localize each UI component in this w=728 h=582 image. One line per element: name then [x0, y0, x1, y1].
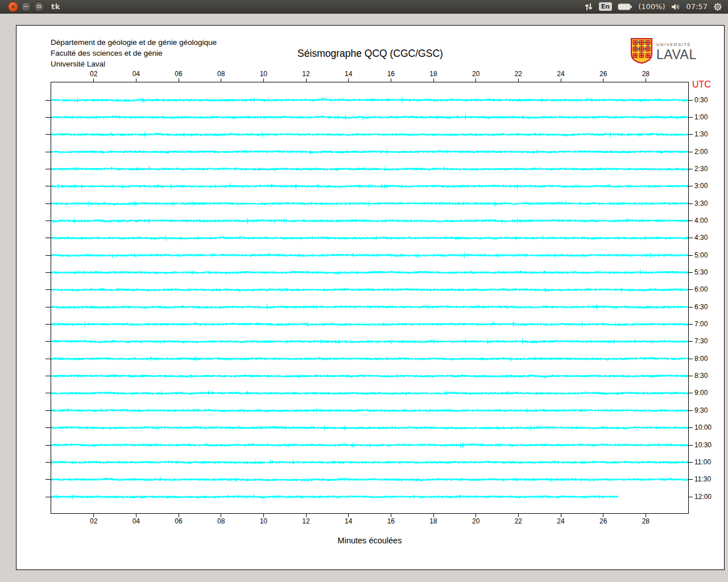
utc-time-label: 9:30	[694, 406, 708, 414]
utc-time-label: 6:30	[694, 303, 708, 311]
x-tick-label-bottom: 02	[87, 517, 101, 525]
institution-line-faculty: Faculté des sciences et de génie	[51, 48, 217, 59]
trace-tick-left	[46, 186, 51, 186]
laval-shield-icon	[631, 38, 652, 66]
utc-time-label: 6:00	[694, 285, 708, 293]
x-tick-bottom	[221, 513, 221, 517]
x-tick-label-top: 26	[597, 70, 610, 78]
network-arrows-icon[interactable]	[584, 2, 593, 11]
x-tick-label-top: 06	[172, 70, 185, 78]
x-tick-bottom	[348, 513, 349, 517]
x-tick-label-top: 28	[639, 70, 652, 78]
trace-tick-right	[688, 169, 693, 169]
x-tick-label-top: 10	[257, 70, 270, 78]
trace-tick-left	[46, 272, 51, 273]
trace-tick-right	[688, 117, 693, 118]
window-title: tk	[51, 2, 60, 11]
trace-tick-right	[688, 410, 693, 411]
seismogram-canvas	[51, 82, 688, 513]
x-tick-bottom	[263, 513, 264, 517]
trace-tick-right	[688, 359, 693, 359]
x-tick-top	[263, 78, 264, 82]
x-tick-label-top: 16	[384, 70, 398, 78]
x-tick-bottom	[391, 513, 391, 517]
trace-tick-left	[46, 410, 51, 411]
window-minimize-button[interactable]: −	[21, 2, 31, 12]
trace-tick-left	[46, 221, 51, 221]
trace-tick-right	[688, 479, 693, 480]
trace-tick-left	[46, 497, 51, 497]
trace-tick-left	[46, 289, 51, 290]
utc-time-label: 7:00	[694, 320, 708, 328]
x-tick-top	[646, 78, 646, 82]
utc-time-label: 5:30	[694, 268, 708, 276]
trace-tick-left	[46, 238, 51, 238]
utc-time-label: 11:00	[694, 458, 711, 466]
x-tick-label-bottom: 04	[129, 517, 143, 525]
utc-time-label: 8:30	[694, 372, 708, 380]
utc-time-label: 3:30	[694, 199, 708, 207]
trace-tick-right	[688, 134, 693, 135]
x-tick-label-bottom: 24	[554, 517, 568, 525]
x-tick-top	[433, 78, 434, 82]
trace-tick-left	[46, 393, 51, 393]
battery-percentage: (100%)	[638, 2, 665, 11]
trace-tick-left	[46, 152, 51, 152]
logo-laval-label: LAVAL	[656, 48, 697, 61]
trace-tick-left	[46, 376, 51, 376]
trace-tick-right	[688, 376, 693, 376]
keyboard-layout-indicator[interactable]: En	[599, 2, 612, 11]
x-tick-label-top: 24	[554, 70, 568, 78]
x-tick-label-bottom: 28	[639, 517, 652, 525]
trace-tick-left	[46, 324, 51, 325]
x-tick-label-bottom: 08	[214, 517, 228, 525]
maximize-icon	[38, 5, 41, 8]
trace-tick-right	[688, 203, 693, 204]
x-tick-label-top: 04	[129, 70, 143, 78]
clock[interactable]: 07:57	[686, 2, 708, 11]
trace-tick-right	[688, 324, 693, 325]
trace-tick-right	[688, 238, 693, 238]
x-tick-label-top: 12	[299, 70, 313, 78]
trace-tick-left	[46, 359, 51, 359]
x-tick-label-bottom: 22	[511, 517, 525, 525]
x-tick-label-bottom: 06	[172, 517, 185, 525]
trace-tick-right	[688, 100, 693, 101]
trace-tick-left	[46, 255, 51, 256]
x-tick-top	[221, 78, 221, 82]
x-tick-top	[136, 78, 136, 82]
x-tick-top	[391, 78, 391, 82]
trace-tick-right	[688, 341, 693, 342]
utc-time-label: 1:30	[694, 130, 708, 138]
battery-icon[interactable]	[618, 3, 632, 11]
utc-time-label: 4:30	[694, 234, 708, 242]
trace-tick-left	[46, 445, 51, 446]
session-gear-icon[interactable]	[713, 2, 722, 11]
titlebar: × − tk En (100%)	[0, 0, 728, 14]
utc-time-label: 12:00	[694, 493, 712, 501]
system-tray: En (100%) 07:57	[584, 2, 728, 11]
logo-universite-label: UNIVERSITÉ	[656, 43, 697, 47]
institution-line-department: Département de géologie et de génie géol…	[51, 37, 217, 48]
utc-time-label: 7:30	[694, 337, 708, 345]
x-tick-bottom	[561, 513, 561, 517]
x-axis-title: Minutes écoulées	[51, 536, 688, 545]
x-tick-label-top: 02	[87, 70, 101, 78]
window-close-button[interactable]: ×	[8, 2, 18, 12]
trace-tick-left	[46, 203, 51, 204]
utc-time-label: 10:30	[694, 441, 712, 449]
trace-tick-left	[46, 479, 51, 480]
x-tick-top	[306, 78, 307, 82]
window-maximize-button[interactable]	[34, 2, 44, 12]
x-tick-top	[518, 78, 519, 82]
x-tick-label-top: 08	[214, 70, 228, 78]
trace-tick-right	[688, 221, 693, 221]
utc-time-label: 8:00	[694, 355, 708, 363]
utc-axis-label: UTC	[692, 80, 711, 90]
x-tick-label-bottom: 20	[469, 517, 483, 525]
utc-time-label: 10:00	[694, 423, 712, 431]
utc-time-label: 9:00	[694, 389, 708, 397]
x-tick-label-top: 20	[469, 70, 483, 78]
volume-icon[interactable]	[671, 3, 681, 11]
trace-tick-right	[688, 255, 693, 256]
